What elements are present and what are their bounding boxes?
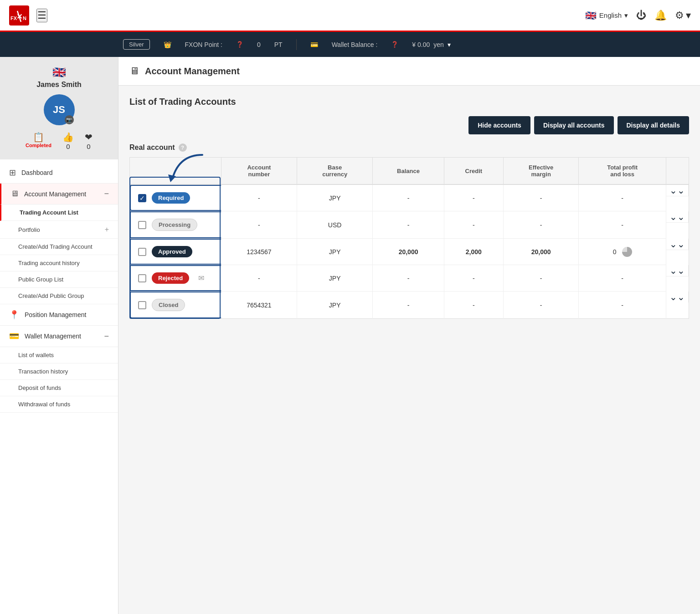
- table-row: Approved 1234567 JPY 20,000 2,000 20,000: [130, 239, 689, 265]
- completed-label: Completed: [26, 143, 51, 148]
- wallet-balance-label: Wallet Balance :: [332, 41, 378, 48]
- create-public-group-label: Create/Add Public Group: [18, 292, 84, 299]
- row2-balance: -: [373, 211, 444, 239]
- chevron-down-icon: ▾: [624, 11, 628, 20]
- row1-checkbox[interactable]: ✓: [138, 194, 146, 202]
- table-header-row: Accountnumber Basecurrency Balance Credi…: [130, 158, 689, 185]
- stat-likes: 👍 0: [62, 132, 74, 150]
- sidebar-item-transaction-history[interactable]: Transaction history: [0, 363, 118, 380]
- row2-status-cell: Processing: [130, 211, 221, 239]
- th-base-currency: Basecurrency: [297, 158, 373, 185]
- row5-status-cell: Closed: [130, 292, 221, 319]
- mail-icon[interactable]: ✉: [198, 274, 204, 282]
- row3-checkbox[interactable]: [138, 248, 146, 256]
- sidebar-item-account-management[interactable]: 🖥 Account Management −: [0, 184, 118, 205]
- row2-effective-margin: -: [504, 211, 579, 239]
- row2-expand-button[interactable]: ⌄⌄: [666, 211, 689, 223]
- camera-icon[interactable]: 📷: [65, 115, 74, 124]
- wallet-help-icon[interactable]: ❓: [391, 41, 398, 48]
- row1-expand-button[interactable]: ⌄⌄: [666, 185, 689, 196]
- sidebar-item-wallet-management[interactable]: 💳 Wallet Management −: [0, 326, 118, 347]
- nav-left: ✕ FX N ☰: [9, 5, 47, 26]
- row1-status-badge: Required: [152, 192, 190, 204]
- hide-accounts-button[interactable]: Hide accounts: [468, 116, 530, 134]
- row3-balance: 20,000: [373, 239, 444, 265]
- position-icon: 📍: [9, 310, 19, 320]
- real-account-help-icon[interactable]: ?: [179, 143, 187, 152]
- display-all-details-button[interactable]: Display all details: [618, 116, 690, 134]
- row4-balance: -: [373, 265, 444, 292]
- position-mgmt-label: Position Management: [25, 311, 109, 318]
- sidebar: 🇬🇧 James Smith JS 📷 📋 Completed 👍 0 ❤ 0: [0, 57, 118, 614]
- row3-total-profit: 0: [579, 239, 666, 265]
- row4-effective-margin: -: [504, 265, 579, 292]
- display-all-accounts-button[interactable]: Display all accounts: [534, 116, 614, 134]
- section-title: List of Trading Accounts: [129, 97, 689, 107]
- wallet-icon: 💳: [310, 41, 318, 48]
- public-group-list-label: Public Group List: [18, 276, 63, 283]
- wallet-mgmt-toggle[interactable]: −: [104, 332, 109, 341]
- row1-status-cell: ✓ Required: [130, 184, 221, 211]
- wallet-nav-icon: 💳: [9, 331, 19, 341]
- pie-chart-icon: [622, 247, 632, 257]
- row5-account-number: 7654321: [221, 292, 297, 319]
- real-account-label: Real account: [129, 143, 175, 152]
- sub-header: Silver 👑 FXON Point : ❓ 0 PT 💳 Wallet Ba…: [0, 32, 700, 57]
- row2-currency: USD: [297, 211, 373, 239]
- row4-expand-button[interactable]: ⌄⌄: [666, 265, 689, 276]
- row5-checkbox[interactable]: [138, 301, 146, 309]
- power-button[interactable]: ⏻: [636, 10, 646, 21]
- row3-status-cell: Approved: [130, 239, 221, 265]
- action-buttons: Hide accounts Display all accounts Displ…: [129, 116, 689, 134]
- top-nav: ✕ FX N ☰ 🇬🇧 English ▾ ⏻ 🔔 ⚙ ▾: [0, 0, 700, 32]
- crown-icon: 👑: [164, 41, 171, 48]
- avatar: JS 📷: [44, 94, 75, 125]
- settings-button[interactable]: ⚙ ▾: [675, 10, 691, 21]
- row1-account-number: -: [221, 184, 297, 211]
- row4-checkbox[interactable]: [138, 274, 146, 282]
- wallet-balance-unit: yen: [433, 41, 444, 48]
- account-mgmt-label: Account Management: [24, 190, 98, 198]
- sidebar-item-create-trading-account[interactable]: Create/Add Trading Account: [0, 239, 118, 255]
- portfolio-plus-icon[interactable]: +: [105, 225, 109, 234]
- hamburger-button[interactable]: ☰: [36, 9, 47, 22]
- svg-text:N: N: [23, 15, 26, 21]
- sidebar-item-create-public-group[interactable]: Create/Add Public Group: [0, 288, 118, 304]
- notification-bell[interactable]: 🔔: [654, 10, 667, 21]
- row4-status-badge: Rejected: [152, 272, 189, 284]
- create-trading-label: Create/Add Trading Account: [18, 243, 93, 250]
- svg-text:FX: FX: [10, 15, 17, 21]
- fxon-point-help-icon[interactable]: ❓: [236, 41, 243, 48]
- sidebar-item-portfolio[interactable]: Portfolio +: [0, 221, 118, 239]
- sidebar-item-trading-account-history[interactable]: Trading account history: [0, 255, 118, 271]
- row2-credit: -: [444, 211, 503, 239]
- flag-icon: 🇬🇧: [585, 10, 597, 21]
- wallet-chevron[interactable]: ▾: [448, 41, 451, 48]
- avatar-initials: JS: [53, 104, 65, 116]
- th-credit: Credit: [444, 158, 503, 185]
- sidebar-item-withdrawal[interactable]: Withdrawal of funds: [0, 396, 118, 413]
- th-expand: [666, 158, 689, 185]
- language-selector[interactable]: 🇬🇧 English ▾: [585, 10, 628, 21]
- row2-highlight: Processing: [130, 211, 221, 238]
- like-value: 0: [62, 143, 74, 150]
- row3-credit: 2,000: [444, 239, 503, 265]
- row5-expand-button[interactable]: ⌄⌄: [666, 292, 689, 302]
- sidebar-item-trading-account-list[interactable]: Trading Account List: [0, 205, 118, 221]
- account-mgmt-toggle[interactable]: −: [104, 189, 109, 199]
- stat-completed: 📋 Completed: [26, 132, 51, 150]
- row4-status-cell: Rejected ✉: [130, 265, 221, 292]
- row1-highlight: ✓ Required: [130, 185, 221, 211]
- sidebar-item-list-wallets[interactable]: List of wallets: [0, 347, 118, 363]
- heart-icon: ❤: [85, 132, 93, 143]
- sidebar-item-dashboard[interactable]: ⊞ Dashboard: [0, 162, 118, 184]
- account-mgmt-subnav: Trading Account List Portfolio + Create/…: [0, 205, 118, 304]
- row2-checkbox[interactable]: [138, 221, 146, 229]
- sidebar-item-public-group-list[interactable]: Public Group List: [0, 271, 118, 288]
- sidebar-item-position-management[interactable]: 📍 Position Management: [0, 304, 118, 326]
- row3-highlight: Approved: [130, 239, 221, 265]
- sidebar-item-deposit[interactable]: Deposit of funds: [0, 380, 118, 396]
- table-row: Closed 7654321 JPY - - - - ⌄⌄: [130, 292, 689, 319]
- row3-expand-button[interactable]: ⌄⌄: [666, 239, 689, 250]
- fxon-point-value: 0: [257, 41, 261, 48]
